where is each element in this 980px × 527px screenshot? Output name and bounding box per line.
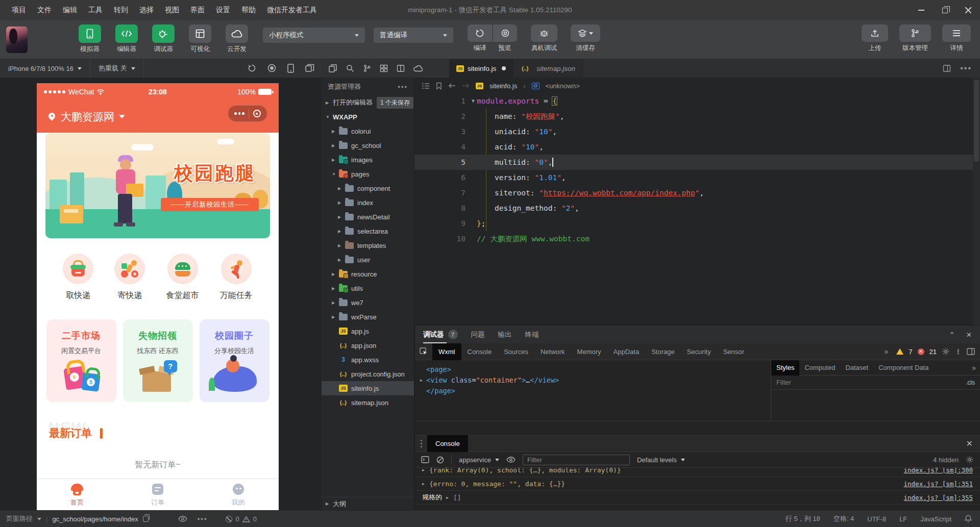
capsule-menu[interactable] [228, 105, 267, 122]
app-title[interactable]: 大鹏资源网 [61, 110, 114, 124]
console-row[interactable]: ▶{rank: Array(0), school: {…}, modules: … [415, 468, 980, 477]
inspect-element-icon[interactable] [415, 347, 432, 356]
tree-item-colorui[interactable]: ▶colorui [322, 124, 414, 138]
wxml-tree[interactable]: <page>▶<view class="container">…</view><… [415, 360, 771, 421]
simulator-button[interactable]: 模拟器 [78, 24, 102, 54]
breadcrumb-symbol[interactable]: <unknown> [546, 82, 580, 90]
grid-item-寄快递[interactable]: 寄快递 [114, 247, 145, 314]
version-control-button[interactable]: 版本管理 [899, 24, 931, 53]
devtools-tab-Sensor[interactable]: Sensor [717, 343, 750, 360]
bell-icon[interactable] [965, 515, 972, 523]
warning-count[interactable]: 7 [909, 348, 912, 356]
status-item[interactable]: JavaScript [920, 515, 951, 523]
tree-root[interactable]: ▼WXAPP [322, 110, 414, 124]
styles-filter-input[interactable]: Filter [771, 379, 961, 386]
code-line-9[interactable]: 9}; [414, 216, 980, 231]
eye-icon[interactable] [178, 516, 187, 522]
menu-item[interactable]: 文件 [33, 4, 56, 17]
styles-tab-Dataset[interactable]: Dataset [840, 360, 873, 375]
campus-banner[interactable]: 校园跑腿 ——开启新校园生活—— [45, 133, 270, 238]
close-button[interactable] [957, 0, 980, 20]
styles-tab-Component Data[interactable]: Component Data [873, 360, 934, 375]
hidden-count[interactable]: 4 hidden [933, 456, 959, 464]
tree-item-images[interactable]: ▶images [322, 153, 414, 167]
tree-item-component[interactable]: ▶component [322, 181, 414, 195]
console-row[interactable]: 规格的▶[]index.js? [sm]:355 [415, 491, 980, 505]
tree-item-app.wxss[interactable]: 3app.wxss [322, 353, 414, 367]
fold-icon[interactable]: ▼ [472, 93, 475, 109]
grid-item-食堂超市[interactable]: 食堂超市 [166, 247, 199, 314]
drag-handle[interactable] [415, 440, 427, 447]
console-source-link[interactable]: index.js? [sm]:355 [904, 494, 980, 501]
tabbar-item-订单[interactable]: 订单 [117, 479, 198, 510]
status-item[interactable]: LF [899, 515, 907, 523]
tree-item-user[interactable]: ▶user [322, 253, 414, 267]
editor-button[interactable]: 编辑器 [114, 24, 139, 54]
clear-console-icon[interactable] [436, 456, 444, 464]
devtools-tab-Sources[interactable]: Sources [498, 343, 534, 360]
menu-item[interactable]: 工具 [84, 4, 107, 17]
wxml-node[interactable]: </page> [420, 386, 771, 396]
devtools-tab-Network[interactable]: Network [534, 343, 571, 360]
real-device-debug-button[interactable]: 真机调试 [531, 24, 557, 53]
avatar[interactable] [6, 27, 28, 53]
tree-item-gc_school[interactable]: ▶gc_school [322, 138, 414, 153]
code-line-3[interactable]: 3 uniacid: "10", [414, 124, 980, 139]
minimize-button[interactable] [910, 0, 933, 20]
expand-arrow-icon[interactable]: ▶ [422, 482, 429, 486]
page-path[interactable]: gc_school/pages/home/index [52, 515, 138, 523]
close-panel-icon[interactable]: ✕ [966, 331, 972, 339]
log-levels-select[interactable]: Default levels [637, 456, 685, 464]
tabbar-item-我的[interactable]: 我的 [198, 479, 279, 510]
console-source-link[interactable]: index.js? [sm]:300 [904, 468, 980, 474]
warning-count[interactable]: 0 [253, 515, 257, 523]
console-settings-icon[interactable] [966, 456, 974, 464]
expand-arrow-icon[interactable]: ▶ [422, 468, 429, 472]
refresh-icon[interactable] [248, 64, 256, 72]
list-icon[interactable] [422, 83, 430, 89]
devtools-tab-Console[interactable]: Console [461, 343, 498, 360]
upload-button[interactable]: 上传 [862, 24, 888, 53]
maximize-button[interactable] [933, 0, 957, 20]
devtools-tab-Storage[interactable]: Storage [645, 343, 681, 360]
menu-item[interactable]: 帮助 [237, 4, 260, 17]
clear-cache-button[interactable]: 清缓存 [571, 24, 600, 53]
editor-tab-sitemap.json[interactable]: {..}sitemap.json [513, 59, 583, 78]
tree-item-selectarea[interactable]: ▶selectarea [322, 224, 414, 238]
error-count[interactable]: 0 [235, 515, 239, 523]
page-path-label[interactable]: 页面路径 [6, 514, 33, 523]
more-icon[interactable]: ••• [198, 515, 208, 523]
menu-item[interactable]: 微信开发者工具 [262, 4, 322, 17]
status-item[interactable]: 行 5，列 18 [786, 514, 820, 523]
card-二手市场[interactable]: 二手市场闲置交易平台 [46, 319, 116, 402]
device-select[interactable]: iPhone 6/7/8 100% 16 [0, 59, 90, 78]
wxml-node[interactable]: <page> [420, 364, 771, 375]
code-line-10[interactable]: 10// 大鹏资源网 www.wobbt.com [414, 231, 980, 246]
menu-item[interactable]: 视图 [160, 4, 184, 17]
mode-select[interactable]: 小程序模式 [263, 28, 365, 43]
styles-overflow-icon[interactable]: » [969, 364, 980, 372]
compile-mode-select[interactable]: 普通编译 [374, 28, 453, 43]
tree-item-project.config.json[interactable]: {..}project.config.json [322, 367, 414, 381]
devtools-tab-Memory[interactable]: Memory [571, 343, 607, 360]
grid-item-万能任务[interactable]: 万能任务 [220, 247, 253, 314]
devtools-tab-Security[interactable]: Security [681, 343, 717, 360]
code-line-1[interactable]: 1▼module.exports = { [414, 93, 980, 109]
split-editor-icon[interactable] [943, 64, 951, 72]
close-console-icon[interactable]: ✕ [966, 439, 980, 448]
open-editors-section[interactable]: ▶打开的编辑器 1 个未保存 [322, 95, 414, 110]
devtools-tab-AppData[interactable]: AppData [607, 343, 646, 360]
panel-tab-终端[interactable]: 终端 [525, 330, 539, 339]
more-actions-icon[interactable]: ••• [960, 64, 972, 73]
explorer-more-icon[interactable]: ••• [398, 83, 408, 91]
console-row[interactable]: ▶{errno: 0, message: "", data: {…}}index… [415, 477, 980, 491]
files-icon[interactable] [329, 64, 337, 72]
panel-tab-输出[interactable]: 输出 [498, 330, 512, 339]
status-item[interactable]: 空格: 4 [834, 514, 854, 523]
devtools-tab-Wxml[interactable]: Wxml [432, 343, 461, 360]
code-line-7[interactable]: 7 siteroot: "https://wq.wobbt.com/app/in… [414, 185, 980, 200]
tree-item-sitemap.json[interactable]: {..}sitemap.json [322, 395, 414, 410]
dock-side-icon[interactable] [967, 348, 975, 355]
tree-item-pages[interactable]: ▼pages [322, 167, 414, 181]
settings-gear-icon[interactable] [942, 347, 950, 356]
